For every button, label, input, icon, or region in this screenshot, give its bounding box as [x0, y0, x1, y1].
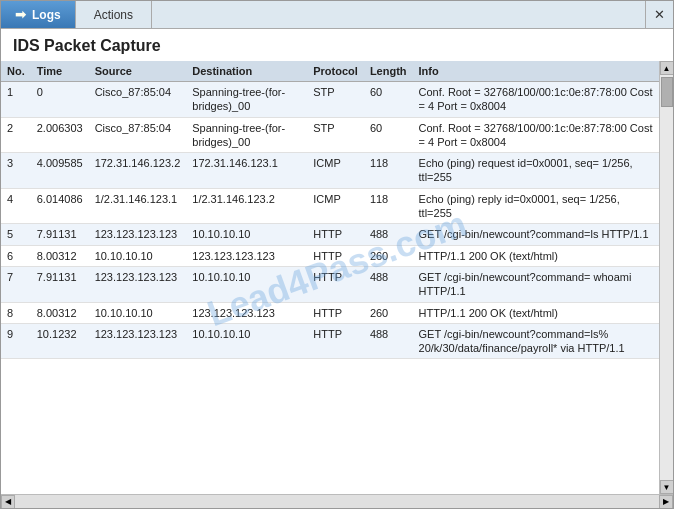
- cell-source: Cisco_87:85:04: [89, 117, 187, 153]
- cell-destination: 1/2.31.146.123.2: [186, 188, 307, 224]
- cell-source: 123.123.123.123: [89, 323, 187, 359]
- table-wrapper: No. Time Source Destination Protocol Len…: [1, 61, 673, 508]
- cell-protocol: ICMP: [307, 188, 364, 224]
- col-time: Time: [31, 61, 89, 82]
- cell-source: 1/2.31.146.123.1: [89, 188, 187, 224]
- cell-protocol: ICMP: [307, 153, 364, 189]
- cell-length: 118: [364, 188, 413, 224]
- col-no: No.: [1, 61, 31, 82]
- cell-protocol: HTTP: [307, 224, 364, 245]
- cell-protocol: HTTP: [307, 323, 364, 359]
- cell-length: 488: [364, 224, 413, 245]
- cell-protocol: HTTP: [307, 302, 364, 323]
- cell-info: Echo (ping) request id=0x0001, seq= 1/25…: [413, 153, 659, 189]
- cell-destination: 172.31.146.123.1: [186, 153, 307, 189]
- cell-no: 4: [1, 188, 31, 224]
- cell-no: 9: [1, 323, 31, 359]
- title-bar-spacer: [152, 1, 645, 28]
- cell-no: 8: [1, 302, 31, 323]
- cell-info: GET /cgi-bin/newcount?command= whoami HT…: [413, 266, 659, 302]
- table-row: 77.91131123.123.123.12310.10.10.10HTTP48…: [1, 266, 659, 302]
- cell-protocol: STP: [307, 82, 364, 118]
- cell-length: 260: [364, 245, 413, 266]
- cell-destination: 10.10.10.10: [186, 266, 307, 302]
- cell-info: Echo (ping) reply id=0x0001, seq= 1/256,…: [413, 188, 659, 224]
- cell-info: Conf. Root = 32768/100/00:1c:0e:87:78:00…: [413, 117, 659, 153]
- cell-no: 5: [1, 224, 31, 245]
- scroll-up-arrow[interactable]: ▲: [660, 61, 674, 75]
- cell-time: 0: [31, 82, 89, 118]
- scroll-thumb[interactable]: [661, 77, 673, 107]
- scroll-left-arrow[interactable]: ◀: [1, 495, 15, 509]
- cell-time: 2.006303: [31, 117, 89, 153]
- table-row: 57.91131123.123.123.12310.10.10.10HTTP48…: [1, 224, 659, 245]
- cell-destination: 10.10.10.10: [186, 323, 307, 359]
- cell-protocol: HTTP: [307, 245, 364, 266]
- cell-source: 10.10.10.10: [89, 245, 187, 266]
- horizontal-scrollbar[interactable]: ◀ ▶: [1, 494, 673, 508]
- tab-actions-label: Actions: [94, 8, 133, 22]
- arrow-icon: ➡: [15, 7, 26, 22]
- col-info: Info: [413, 61, 659, 82]
- cell-protocol: STP: [307, 117, 364, 153]
- tab-logs[interactable]: ➡ Logs: [1, 1, 76, 28]
- close-button[interactable]: ✕: [645, 1, 673, 28]
- table-row: 910.1232123.123.123.12310.10.10.10HTTP48…: [1, 323, 659, 359]
- table-row: 88.0031210.10.10.10123.123.123.123HTTP26…: [1, 302, 659, 323]
- cell-info: Conf. Root = 32768/100/00:1c:0e:87:78:00…: [413, 82, 659, 118]
- cell-time: 4.009585: [31, 153, 89, 189]
- content-area: IDS Packet Capture Lead4Pass.com No. Tim…: [1, 29, 673, 508]
- cell-length: 60: [364, 82, 413, 118]
- cell-destination: Spanning-tree-(for-bridges)_00: [186, 117, 307, 153]
- table-row: 34.009585172.31.146.123.2172.31.146.123.…: [1, 153, 659, 189]
- cell-no: 6: [1, 245, 31, 266]
- cell-source: Cisco_87:85:04: [89, 82, 187, 118]
- cell-info: HTTP/1.1 200 OK (text/html): [413, 245, 659, 266]
- table-header-row: No. Time Source Destination Protocol Len…: [1, 61, 659, 82]
- cell-time: 7.91131: [31, 266, 89, 302]
- scroll-right-arrow[interactable]: ▶: [659, 495, 673, 509]
- cell-destination: 10.10.10.10: [186, 224, 307, 245]
- cell-source: 10.10.10.10: [89, 302, 187, 323]
- cell-time: 8.00312: [31, 245, 89, 266]
- cell-time: 8.00312: [31, 302, 89, 323]
- vertical-scrollbar[interactable]: ▲ ▼: [659, 61, 673, 494]
- packet-table: No. Time Source Destination Protocol Len…: [1, 61, 659, 359]
- cell-length: 260: [364, 302, 413, 323]
- cell-source: 123.123.123.123: [89, 224, 187, 245]
- col-source: Source: [89, 61, 187, 82]
- title-bar: ➡ Logs Actions ✕: [1, 1, 673, 29]
- scroll-track-horizontal[interactable]: [15, 495, 659, 508]
- cell-info: GET /cgi-bin/newcount?command=ls HTTP/1.…: [413, 224, 659, 245]
- main-window: ➡ Logs Actions ✕ IDS Packet Capture Lead…: [0, 0, 674, 509]
- cell-time: 7.91131: [31, 224, 89, 245]
- page-title: IDS Packet Capture: [1, 29, 673, 61]
- cell-length: 60: [364, 117, 413, 153]
- tab-actions[interactable]: Actions: [76, 1, 152, 28]
- col-protocol: Protocol: [307, 61, 364, 82]
- cell-info: GET /cgi-bin/newcount?command=ls% 20/k/3…: [413, 323, 659, 359]
- cell-length: 118: [364, 153, 413, 189]
- tab-logs-label: Logs: [32, 8, 61, 22]
- cell-source: 123.123.123.123: [89, 266, 187, 302]
- cell-no: 2: [1, 117, 31, 153]
- close-icon: ✕: [654, 7, 665, 22]
- table-row: 22.006303Cisco_87:85:04Spanning-tree-(fo…: [1, 117, 659, 153]
- cell-destination: Spanning-tree-(for-bridges)_00: [186, 82, 307, 118]
- cell-length: 488: [364, 323, 413, 359]
- table-row: 10Cisco_87:85:04Spanning-tree-(for-bridg…: [1, 82, 659, 118]
- cell-time: 10.1232: [31, 323, 89, 359]
- cell-no: 1: [1, 82, 31, 118]
- cell-source: 172.31.146.123.2: [89, 153, 187, 189]
- table-row: 46.0140861/2.31.146.123.11/2.31.146.123.…: [1, 188, 659, 224]
- col-length: Length: [364, 61, 413, 82]
- cell-destination: 123.123.123.123: [186, 245, 307, 266]
- table-row: 68.0031210.10.10.10123.123.123.123HTTP26…: [1, 245, 659, 266]
- cell-time: 6.014086: [31, 188, 89, 224]
- cell-no: 7: [1, 266, 31, 302]
- scroll-down-arrow[interactable]: ▼: [660, 480, 674, 494]
- cell-length: 488: [364, 266, 413, 302]
- cell-destination: 123.123.123.123: [186, 302, 307, 323]
- cell-info: HTTP/1.1 200 OK (text/html): [413, 302, 659, 323]
- cell-no: 3: [1, 153, 31, 189]
